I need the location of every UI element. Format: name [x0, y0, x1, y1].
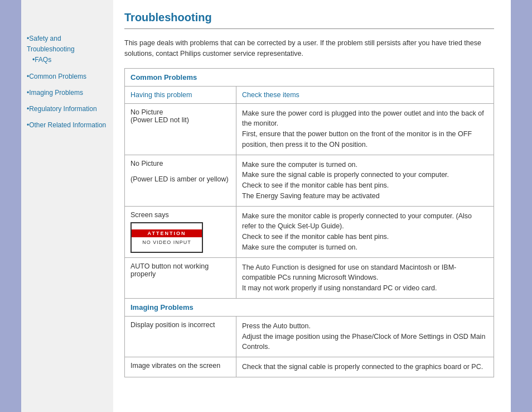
solution-auto-button: The Auto Function is designed for use on…: [236, 257, 494, 298]
sidebar-section-regulatory: •Regulatory Information: [27, 104, 108, 114]
trouble-table: Common Problems Having this problem Chec…: [124, 68, 494, 377]
table-row: No Picture(Power LED is amber or yellow)…: [125, 155, 494, 206]
imaging-problems-header: Imaging Problems: [125, 298, 494, 316]
table-row: No Picture(Power LED not lit) Make sure …: [125, 103, 494, 155]
intro-text: This page deals with problems that can b…: [124, 38, 494, 59]
sidebar: •Safety and Troubleshooting •FAQs •Commo…: [21, 0, 113, 412]
screen-mockup: ATTENTION NO VIDEO INPUT: [130, 222, 203, 253]
problem-auto-button: AUTO button not working properly: [125, 257, 236, 298]
sidebar-item-common[interactable]: •Common Problems: [27, 71, 108, 82]
solution-screen-says: Make sure the monitor cable is properly …: [236, 206, 494, 257]
sidebar-item-faqs[interactable]: •FAQs: [27, 55, 108, 65]
problem-screen-says: Screen says ATTENTION NO VIDEO INPUT: [125, 206, 236, 257]
problem-image-vibrates: Image vibrates on the screen: [125, 357, 236, 377]
table-row: Screen says ATTENTION NO VIDEO INPUT Mak…: [125, 206, 494, 257]
sidebar-section-imaging: •Imaging Problems: [27, 88, 108, 98]
auto-button-label: AUTO button not working properly: [130, 262, 209, 278]
no-video-text: NO VIDEO INPUT: [142, 239, 191, 245]
sidebar-section-other: •Other Related Information: [27, 120, 108, 131]
sidebar-item-regulatory[interactable]: •Regulatory Information: [27, 104, 108, 114]
left-accent-bar: [0, 0, 21, 412]
right-accent-bar: [511, 0, 532, 412]
sidebar-item-imaging[interactable]: •Imaging Problems: [27, 88, 108, 98]
sidebar-section-safety: •Safety and Troubleshooting •FAQs: [27, 33, 108, 66]
imaging-problems-header-row: Imaging Problems: [125, 298, 494, 316]
solution-image-vibrates: Check that the signal cable is properly …: [236, 357, 494, 377]
sidebar-item-safety[interactable]: •Safety and Troubleshooting: [27, 33, 108, 55]
solution-no-picture-led-off: Make sure the power cord is plugged into…: [236, 103, 494, 155]
solution-display-position: Press the Auto button. Adjust the image …: [236, 316, 494, 357]
problem-no-picture-led-off: No Picture(Power LED not lit): [125, 103, 236, 155]
common-problems-header-row: Common Problems: [125, 68, 494, 86]
table-row: Image vibrates on the screen Check that …: [125, 357, 494, 377]
solution-no-picture-led-amber: Make sure the computer is turned on. Mak…: [236, 155, 494, 206]
table-row: Display position is incorrect Press the …: [125, 316, 494, 357]
problem-no-picture-led-amber: No Picture(Power LED is amber or yellow): [125, 155, 236, 206]
common-problems-header: Common Problems: [125, 68, 494, 86]
col-having-header: Having this problem: [125, 86, 236, 103]
page-title: Troubleshooting: [124, 11, 494, 24]
attention-bar: ATTENTION: [132, 229, 202, 237]
title-divider: [124, 28, 494, 29]
problem-display-position: Display position is incorrect: [125, 316, 236, 357]
col-check-header: Check these items: [236, 86, 494, 103]
sidebar-section-common: •Common Problems: [27, 71, 108, 82]
main-content: Troubleshooting This page deals with pro…: [113, 0, 511, 412]
column-header-row: Having this problem Check these items: [125, 86, 494, 103]
sidebar-item-other[interactable]: •Other Related Information: [27, 120, 108, 131]
table-row: AUTO button not working properly The Aut…: [125, 257, 494, 298]
